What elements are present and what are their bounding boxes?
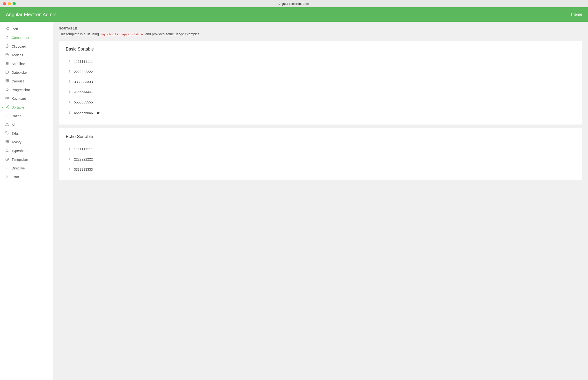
list-item[interactable]: 4444444444 xyxy=(66,87,575,97)
maximize-button[interactable] xyxy=(13,2,16,5)
page-section-title: SORTABLE xyxy=(59,27,582,30)
minimize-button[interactable] xyxy=(8,2,11,5)
sidebar-label-keyboard: Keyboard xyxy=(12,97,48,101)
list-item-value: 2222222222 xyxy=(74,70,93,74)
app-container: Icon Component Clipboard Tooltips Scroll xyxy=(0,22,588,380)
list-item[interactable]: 2222222222 xyxy=(66,67,575,77)
directive-icon xyxy=(5,166,9,171)
sidebar-item-datepicker[interactable]: Datepicker xyxy=(0,68,53,77)
error-icon xyxy=(5,175,9,179)
datepicker-icon xyxy=(5,70,9,75)
list-item-value: 1111111111 xyxy=(74,147,93,151)
svg-point-0 xyxy=(7,27,8,28)
list-item-value: 5555555555 xyxy=(74,100,93,104)
sidebar-label-datepicker: Datepicker xyxy=(12,71,48,75)
sidebar-item-typeahead[interactable]: Typeahead xyxy=(0,147,53,155)
sidebar-label-tabs: Tabs xyxy=(12,132,48,135)
sidebar-label-rating: Rating xyxy=(12,114,48,118)
list-item[interactable]: 3333333333 xyxy=(66,77,575,87)
sort-handle-icon xyxy=(68,167,71,171)
sidebar-item-directive[interactable]: Directive xyxy=(0,164,53,172)
sidebar-item-timepicker[interactable]: Timepicker xyxy=(0,155,53,164)
list-item[interactable]: 2222222222 xyxy=(66,154,575,164)
content-area: SORTABLE This template is built using ng… xyxy=(53,22,588,380)
list-item-value: 4444444444 xyxy=(74,90,93,94)
svg-point-1 xyxy=(6,28,6,29)
sidebar-item-toasty[interactable]: Toasty xyxy=(0,138,53,147)
sort-handle-icon xyxy=(68,100,71,104)
eye-icon xyxy=(5,53,9,57)
navbar-brand: Angular Electron Admin xyxy=(6,12,56,18)
page-description: This template is built using ngx-bootstr… xyxy=(59,32,582,36)
rating-icon xyxy=(5,114,9,118)
sidebar: Icon Component Clipboard Tooltips Scroll xyxy=(0,22,53,380)
sidebar-label-toasty: Toasty xyxy=(12,140,48,144)
svg-point-11 xyxy=(7,55,7,55)
svg-point-2 xyxy=(7,29,8,30)
svg-line-4 xyxy=(6,28,7,28)
basic-sortable-title: Basic Sortable xyxy=(66,47,575,52)
sidebar-label-carousel: Carousel xyxy=(12,79,48,83)
list-item[interactable]: 1111111111 xyxy=(66,57,575,67)
sidebar-item-tooltips[interactable]: Tooltips xyxy=(0,51,53,59)
sidebar-label-error: Error xyxy=(12,175,48,179)
svg-rect-21 xyxy=(6,81,6,82)
sidebar-item-sortable[interactable]: Sortable xyxy=(0,103,53,112)
sidebar-item-icon[interactable]: Icon xyxy=(0,25,53,33)
clipboard-icon xyxy=(5,44,9,49)
list-item[interactable]: 6666666666 ☛ xyxy=(66,107,575,119)
sidebar-label-icon: Icon xyxy=(12,27,48,31)
sidebar-label-directive: Directive xyxy=(12,166,48,170)
sidebar-item-progressbar[interactable]: Progressbar xyxy=(0,86,53,94)
sidebar-item-rating[interactable]: Rating xyxy=(0,112,53,120)
keyboard-icon xyxy=(5,96,9,101)
sidebar-label-timepicker: Timepicker xyxy=(12,158,48,161)
sidebar-item-alert[interactable]: Alert xyxy=(0,120,53,129)
content-inner: SORTABLE This template is built using ng… xyxy=(53,22,588,189)
titlebar: Angular Electron Admin xyxy=(0,0,588,7)
svg-rect-23 xyxy=(6,97,9,99)
sort-handle-icon xyxy=(68,59,71,64)
sidebar-label-typeahead: Typeahead xyxy=(12,149,48,153)
component-icon xyxy=(5,36,9,40)
sidebar-item-component[interactable]: Component xyxy=(0,33,53,42)
sidebar-item-scrollbar[interactable]: Scrollbar xyxy=(0,59,53,68)
basic-sortable-card: Basic Sortable 1111111111 2222222222 xyxy=(59,41,582,125)
sort-handle-icon xyxy=(68,90,71,94)
sidebar-item-keyboard[interactable]: Keyboard xyxy=(0,94,53,103)
sort-handle-icon xyxy=(68,111,71,115)
theme-button[interactable]: Theme xyxy=(570,12,582,17)
sort-handle-icon xyxy=(68,70,71,74)
sortable-icon xyxy=(5,105,9,110)
svg-rect-20 xyxy=(7,81,8,82)
share-icon xyxy=(5,27,9,31)
sidebar-label-progressbar: Progressbar xyxy=(12,88,48,92)
svg-rect-38 xyxy=(7,140,8,141)
list-item[interactable]: 3333333333 xyxy=(66,164,575,174)
description-suffix: and provides some usage examples xyxy=(145,32,199,36)
svg-rect-19 xyxy=(7,79,8,80)
sidebar-item-tabs[interactable]: Tabs xyxy=(0,129,53,138)
sidebar-label-component: Component xyxy=(12,36,48,40)
window-controls xyxy=(3,2,16,5)
svg-point-41 xyxy=(6,149,8,152)
description-text: This template is built using xyxy=(59,32,99,36)
toasty-icon xyxy=(5,140,9,144)
sidebar-item-clipboard[interactable]: Clipboard xyxy=(0,42,53,51)
sort-handle-icon xyxy=(68,157,71,161)
list-item-value: 3333333333 xyxy=(74,168,93,171)
sidebar-item-error[interactable]: Error xyxy=(0,172,53,181)
list-item-value: 3333333333 xyxy=(74,80,93,84)
tabs-icon xyxy=(5,131,9,136)
list-item[interactable]: 5555555555 xyxy=(66,97,575,107)
list-item-value: 1111111111 xyxy=(74,60,93,64)
description-code: ngx-bootstrap/sortable xyxy=(100,32,144,37)
menu-icon xyxy=(5,62,9,66)
svg-rect-7 xyxy=(6,45,8,48)
echo-sortable-list: 1111111111 2222222222 3333333333 xyxy=(66,144,575,174)
sidebar-item-carousel[interactable]: Carousel xyxy=(0,77,53,86)
close-button[interactable] xyxy=(3,2,6,5)
list-item-value: 2222222222 xyxy=(74,157,93,161)
svg-rect-37 xyxy=(6,140,6,141)
list-item[interactable]: 1111111111 xyxy=(66,144,575,154)
